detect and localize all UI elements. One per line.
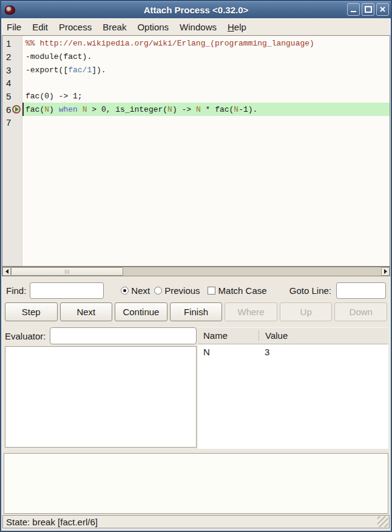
maximize-button[interactable] xyxy=(362,3,374,16)
close-button[interactable]: ✕ xyxy=(376,3,389,16)
variables-panel: Name Value N3 xyxy=(198,327,388,449)
variables-body: N3 xyxy=(198,344,388,449)
scroll-left-arrow-icon[interactable] xyxy=(2,267,11,276)
code-line-4[interactable]: 4 xyxy=(2,77,390,90)
find-previous-label[interactable]: Previous xyxy=(164,285,200,296)
up-button[interactable]: Up xyxy=(280,302,333,321)
close-icon: ✕ xyxy=(379,5,386,13)
menu-item-windows[interactable]: Windows xyxy=(174,19,222,35)
step-button[interactable]: Step xyxy=(5,302,58,321)
find-next-radio[interactable] xyxy=(121,287,129,295)
line-number[interactable]: 7 xyxy=(2,117,22,128)
code-view[interactable]: 1%% http://en.wikipedia.org/wiki/Erlang_… xyxy=(2,35,390,267)
menu-item-break[interactable]: Break xyxy=(97,19,132,35)
trace-output xyxy=(4,453,388,514)
menu-item-options[interactable]: Options xyxy=(132,19,174,35)
evaluator-input[interactable] xyxy=(50,327,197,344)
maximize-icon xyxy=(365,6,372,13)
attach-process-window: Attach Process <0.32.0> ✕ FileEditProces… xyxy=(0,0,392,532)
horizontal-scrollbar[interactable] xyxy=(2,267,390,276)
match-case-label[interactable]: Match Case xyxy=(218,285,267,296)
window-title: Attach Process <0.32.0> xyxy=(1,5,391,15)
code-line-5[interactable]: 5fac(0) -> 1; xyxy=(2,90,390,103)
code-text: fac(0) -> 1; xyxy=(22,90,390,103)
value-column-header[interactable]: Value xyxy=(259,330,388,341)
find-label: Find: xyxy=(6,285,26,296)
variable-name: N xyxy=(198,347,259,357)
window-controls: ✕ xyxy=(347,3,389,16)
menu-item-file[interactable]: File xyxy=(1,19,27,35)
line-number[interactable]: 1 xyxy=(2,38,22,49)
minimize-icon xyxy=(351,11,356,12)
title-bar: Attach Process <0.32.0> ✕ xyxy=(1,1,391,18)
continue-button[interactable]: Continue xyxy=(115,302,167,321)
line-number[interactable]: 3 xyxy=(2,65,22,75)
code-text xyxy=(22,77,390,90)
scrollbar-thumb[interactable] xyxy=(11,267,123,276)
name-column-header[interactable]: Name xyxy=(198,330,259,341)
code-lines: 1%% http://en.wikipedia.org/wiki/Erlang_… xyxy=(2,37,390,129)
variable-value: 3 xyxy=(259,347,388,357)
scroll-right-arrow-icon[interactable] xyxy=(381,267,390,276)
finish-button[interactable]: Finish xyxy=(170,302,223,321)
find-next-label[interactable]: Next xyxy=(131,285,150,296)
resize-grip[interactable] xyxy=(377,516,388,527)
goto-line-input[interactable] xyxy=(336,282,386,299)
line-number[interactable]: 2 xyxy=(2,52,22,62)
line-number[interactable]: 4 xyxy=(2,78,22,88)
breakpoint-marker-icon[interactable] xyxy=(12,105,21,114)
evaluator-row: Evaluator: xyxy=(5,327,197,345)
goto-line-label: Goto Line: xyxy=(289,285,331,296)
menu-item-process[interactable]: Process xyxy=(53,19,97,35)
evaluator-label: Evaluator: xyxy=(5,331,46,341)
scrollbar-trough[interactable] xyxy=(123,267,381,276)
minimize-button[interactable] xyxy=(347,3,360,16)
code-text xyxy=(22,116,390,129)
menu-bar: FileEditProcessBreakOptionsWindowsHelp xyxy=(1,18,391,35)
code-line-2[interactable]: 2-module(fact). xyxy=(2,50,390,64)
find-previous-radio[interactable] xyxy=(154,287,162,295)
find-input[interactable] xyxy=(30,282,104,299)
evaluator-output xyxy=(5,346,197,448)
code-text: fac(N) when N > 0, is_integer(N) -> N * … xyxy=(22,103,390,116)
status-bar: State: break [fact.erl/6] xyxy=(2,515,390,528)
code-text: -module(fact). xyxy=(22,50,390,64)
status-text: State: break [fact.erl/6] xyxy=(6,517,98,527)
variable-row[interactable]: N3 xyxy=(198,344,388,359)
find-row: Find: Next Previous Match Case Goto Line… xyxy=(1,279,391,301)
line-number[interactable]: 5 xyxy=(2,91,22,101)
variables-header: Name Value xyxy=(198,327,388,344)
code-line-1[interactable]: 1%% http://en.wikipedia.org/wiki/Erlang_… xyxy=(2,37,390,50)
code-line-6[interactable]: 6fac(N) when N > 0, is_integer(N) -> N *… xyxy=(2,103,390,116)
code-text: %% http://en.wikipedia.org/wiki/Erlang_(… xyxy=(22,37,390,50)
code-text: -export([fac/1]). xyxy=(22,63,390,77)
next-button[interactable]: Next xyxy=(60,302,113,321)
menu-item-edit[interactable]: Edit xyxy=(27,19,53,35)
where-button[interactable]: Where xyxy=(225,302,277,321)
debug-button-row: StepNextContinueFinishWhereUpDown xyxy=(5,302,387,322)
down-button[interactable]: Down xyxy=(334,302,387,321)
menu-item-help[interactable]: Help xyxy=(222,19,252,35)
code-line-3[interactable]: 3-export([fac/1]). xyxy=(2,63,390,77)
match-case-checkbox[interactable] xyxy=(208,287,215,295)
code-line-7[interactable]: 7 xyxy=(2,116,390,129)
